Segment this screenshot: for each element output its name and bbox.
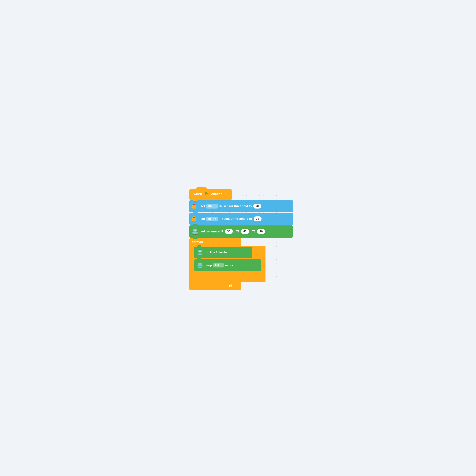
svg-rect-7 [195, 207, 196, 208]
svg-rect-27 [198, 250, 202, 252]
left-dropdown[interactable]: left ▼ [213, 263, 224, 268]
param-t1-value[interactable]: 40 [241, 229, 249, 234]
green-flag-icon [204, 191, 209, 197]
ir-sensor-icon-1 [190, 202, 199, 210]
set-parameter-block: set parameter F 35 , T1 40 , T2 10 [189, 225, 293, 238]
threshold-value-1[interactable]: 70 [253, 204, 261, 208]
svg-rect-0 [204, 192, 205, 196]
set-label-1: set [201, 204, 205, 208]
set-ir-r-block: set IR-R ▼ IR sensor threshold to 70 [189, 213, 293, 225]
hat-when-label: when [194, 192, 202, 196]
ir-threshold-label-2: IR sensor threshold to [220, 217, 252, 221]
param-f-value[interactable]: 35 [225, 229, 233, 234]
do-line-following-label: do line following [206, 251, 229, 254]
ir-threshold-label-1: IR sensor threshold to [219, 204, 252, 208]
hat-clicked-label: clicked [211, 192, 223, 196]
robot-icon-1 [190, 227, 199, 236]
svg-rect-35 [198, 253, 202, 254]
svg-point-18 [195, 230, 196, 230]
ir-sensor-icon-2 [190, 215, 199, 223]
svg-rect-22 [193, 233, 197, 233]
t2-label: , T2 [250, 230, 255, 233]
svg-point-46 [200, 262, 200, 262]
dropdown-arrow-1: ▼ [214, 205, 216, 207]
hat-block[interactable]: when clicked [189, 189, 232, 200]
svg-point-10 [193, 217, 194, 218]
svg-point-44 [201, 264, 201, 264]
svg-rect-51 [197, 265, 198, 266]
svg-rect-23 [193, 234, 194, 235]
svg-rect-25 [192, 232, 193, 233]
svg-marker-1 [205, 192, 209, 195]
svg-point-11 [194, 217, 195, 218]
svg-rect-38 [197, 253, 198, 253]
dropdown-arrow-inner: ▼ [220, 264, 222, 266]
svg-rect-40 [198, 263, 202, 265]
forever-footer: ↺ [189, 282, 241, 290]
svg-point-43 [199, 264, 200, 264]
robot-icon-inner-1 [196, 248, 204, 257]
param-t2-value[interactable]: 10 [257, 229, 265, 234]
svg-point-30 [199, 251, 200, 251]
svg-point-31 [201, 251, 201, 251]
forever-arrow-icon: ↺ [228, 284, 232, 289]
blocks-stack: when clicked [189, 189, 293, 290]
svg-point-5 [194, 204, 195, 205]
svg-rect-13 [195, 220, 196, 221]
forever-header: forever [189, 238, 241, 246]
svg-rect-14 [193, 229, 197, 232]
svg-point-20 [194, 228, 195, 228]
svg-rect-12 [191, 220, 192, 221]
svg-rect-6 [191, 207, 192, 208]
set-param-label: set parameter F [201, 230, 223, 233]
svg-rect-48 [198, 266, 202, 267]
motor-label: motor [225, 264, 233, 267]
svg-point-17 [194, 230, 194, 230]
do-line-following-block: do line following [194, 247, 252, 258]
robot-icon-inner-2 [196, 261, 204, 270]
forever-body: do line following [189, 246, 266, 282]
ir-r-dropdown[interactable]: IR-R ▼ [206, 217, 218, 221]
dropdown-arrow-2: ▼ [214, 218, 216, 220]
threshold-value-2[interactable]: 70 [254, 217, 262, 221]
set-label-2: set [201, 217, 205, 221]
svg-rect-49 [199, 268, 200, 268]
forever-label: forever [192, 240, 203, 244]
set-ir-l-block: set IR-L ▼ IR sensor threshold to 70 [189, 200, 293, 212]
svg-point-4 [193, 204, 194, 205]
stop-motor-block: stop left ▼ motor [194, 259, 261, 271]
svg-rect-50 [200, 268, 201, 268]
svg-rect-52 [202, 265, 203, 266]
stop-label: stop [206, 264, 212, 267]
forever-block: forever [189, 238, 266, 290]
svg-rect-24 [195, 234, 197, 235]
t1-label: , T1 [234, 230, 239, 233]
ir-l-dropdown[interactable]: IR-L ▼ [206, 204, 218, 208]
svg-point-33 [200, 249, 200, 250]
svg-rect-39 [202, 253, 203, 253]
svg-rect-26 [197, 232, 198, 233]
svg-rect-37 [200, 255, 201, 255]
svg-rect-36 [199, 255, 200, 255]
forever-spacer [194, 272, 266, 281]
scratch-canvas: when clicked [185, 185, 291, 291]
